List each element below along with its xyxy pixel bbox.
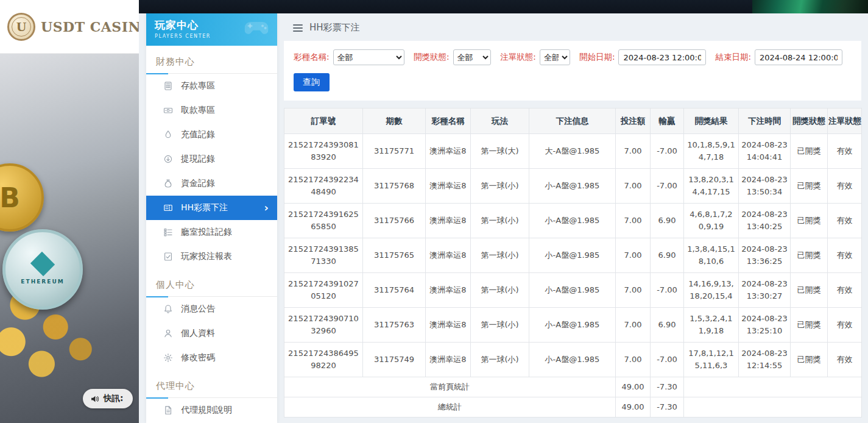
table-cell: 有效 bbox=[828, 134, 862, 169]
table-cell: 澳洲幸运8 bbox=[426, 204, 471, 238]
column-header: 訂單號 bbox=[284, 108, 363, 134]
sidebar-item-hh-lottery-bet[interactable]: HH彩票下注› bbox=[146, 196, 277, 220]
section-title: 財務中心 bbox=[146, 46, 277, 73]
document-icon bbox=[163, 405, 173, 415]
bet-table-body: 215217243930818392031175771澳洲幸运8第一球(大)大-… bbox=[284, 134, 862, 418]
sidebar-item-profile[interactable]: 個人資料 bbox=[146, 321, 277, 346]
table-cell: 7.00 bbox=[616, 134, 651, 169]
filter-card: 彩種名稱: 全部 開獎狀態: 全部 注單狀態: 全部 開始日期: 結束日期: 查… bbox=[284, 41, 861, 101]
page-title: HH彩票下注 bbox=[309, 22, 360, 34]
table-cell: 第一球(小) bbox=[471, 308, 529, 343]
column-header: 玩法 bbox=[471, 108, 529, 134]
sidebar-item-label: 廳室投註記錄 bbox=[181, 227, 232, 238]
table-cell: 小-A盤@1.985 bbox=[529, 273, 616, 308]
ethereum-coin-decor: ETHEREUM bbox=[2, 229, 83, 310]
summary-bet-total: 49.00 bbox=[616, 377, 651, 397]
sidebar-item-label: 取款專區 bbox=[181, 105, 215, 116]
table-cell: -7.00 bbox=[651, 169, 684, 204]
table-cell: 31175768 bbox=[363, 169, 426, 204]
summary-row: 當前頁統計49.00-7.30 bbox=[284, 377, 862, 397]
table-cell: 7.00 bbox=[616, 169, 651, 204]
lottery-name-label: 彩種名稱: bbox=[294, 52, 330, 63]
sidebar-item-label: 消息公告 bbox=[181, 304, 215, 315]
gamepad-icon bbox=[243, 20, 270, 38]
sidebar-item-label: HH彩票下注 bbox=[181, 202, 228, 213]
lottery-name-select[interactable]: 全部 bbox=[333, 49, 404, 65]
table-cell: 澳洲幸运8 bbox=[426, 238, 471, 273]
sidebar-item-deposit[interactable]: 存款專區 bbox=[146, 74, 277, 98]
table-cell: 小-A盤@1.985 bbox=[529, 308, 616, 343]
ticker-label: 快訊: bbox=[104, 393, 123, 404]
summary-bet-total: 49.00 bbox=[616, 397, 651, 418]
sidebar-item-recharge-record[interactable]: 充值記錄 bbox=[146, 123, 277, 147]
money-bag-icon bbox=[163, 179, 173, 188]
chevron-right-icon: › bbox=[264, 201, 269, 214]
table-cell: 4,6,8,1,7,20,9,19 bbox=[684, 204, 739, 238]
end-date-input[interactable] bbox=[755, 49, 842, 65]
table-row: 215217243913857133031175765澳洲幸运8第一球(小)小-… bbox=[284, 238, 862, 273]
table-cell: 澳洲幸运8 bbox=[426, 134, 471, 169]
table-cell: 大-A盤@1.985 bbox=[529, 134, 616, 169]
table-cell: 澳洲幸运8 bbox=[426, 308, 471, 343]
report-icon bbox=[163, 252, 173, 261]
sidebar-item-agent-rules[interactable]: 代理規則說明 bbox=[146, 398, 277, 422]
sidebar-item-announcements[interactable]: 消息公告 bbox=[146, 297, 277, 321]
table-cell: 2024-08-23 13:40:25 bbox=[739, 204, 791, 238]
sidebar-item-player-bet-report[interactable]: 玩家投注報表 bbox=[146, 244, 277, 269]
order-status-select[interactable]: 全部 bbox=[540, 49, 570, 65]
table-cell: 已開獎 bbox=[791, 343, 828, 377]
table-cell: 31175771 bbox=[363, 134, 426, 169]
summary-label: 當前頁統計 bbox=[284, 377, 616, 397]
bitcoin-coin-decor: B bbox=[0, 163, 44, 232]
table-cell: 7.00 bbox=[616, 238, 651, 273]
table-cell: 31175763 bbox=[363, 308, 426, 343]
table-cell: 有效 bbox=[828, 169, 862, 204]
column-header: 投注額 bbox=[616, 108, 651, 134]
logo[interactable]: U USDT CASINO bbox=[0, 0, 139, 54]
table-cell: 31175764 bbox=[363, 273, 426, 308]
column-header: 注單狀態 bbox=[828, 108, 862, 134]
table-cell: 小-A盤@1.985 bbox=[529, 238, 616, 273]
query-button[interactable]: 查詢 bbox=[294, 73, 330, 91]
bet-table-container: 訂單號期數彩種名稱玩法下注信息投注額輸贏開獎結果下注時間開獎狀態注單狀態 215… bbox=[284, 108, 861, 418]
table-row: 215217243916256585031175766澳洲幸运8第一球(小)小-… bbox=[284, 204, 862, 238]
sidebar-item-withdraw[interactable]: 取款專區 bbox=[146, 98, 277, 123]
table-cell: 2024-08-23 13:36:25 bbox=[739, 238, 791, 273]
table-cell: 澳洲幸运8 bbox=[426, 343, 471, 377]
table-cell: 已開獎 bbox=[791, 308, 828, 343]
sidebar-item-label: 存款專區 bbox=[181, 80, 215, 91]
table-cell: 小-A盤@1.985 bbox=[529, 343, 616, 377]
table-cell: 2152172438649598220 bbox=[284, 343, 363, 377]
table-cell: 13,8,20,3,14,4,17,15 bbox=[684, 169, 739, 204]
table-cell: 有效 bbox=[828, 343, 862, 377]
column-header: 期數 bbox=[363, 108, 426, 134]
calculator-icon bbox=[163, 81, 173, 91]
table-cell: 2024-08-23 13:30:27 bbox=[739, 273, 791, 308]
table-cell: 7.00 bbox=[616, 343, 651, 377]
sidebar-item-funds-record[interactable]: 資金記錄 bbox=[146, 171, 277, 196]
summary-empty-cell bbox=[684, 377, 862, 397]
table-cell: 小-A盤@1.985 bbox=[529, 169, 616, 204]
table-cell: -7.00 bbox=[651, 273, 684, 308]
table-cell: 1,3,8,4,15,18,10,6 bbox=[684, 238, 739, 273]
table-row: 215217243922344849031175768澳洲幸运8第一球(小)小-… bbox=[284, 169, 862, 204]
sidebar-item-room-bet-record[interactable]: 廳室投註記錄 bbox=[146, 220, 277, 244]
table-cell: 7.00 bbox=[616, 273, 651, 308]
table-cell: 澳洲幸运8 bbox=[426, 273, 471, 308]
column-header: 彩種名稱 bbox=[426, 108, 471, 134]
sidebar-item-label: 個人資料 bbox=[181, 328, 215, 339]
table-cell: 第一球(小) bbox=[471, 343, 529, 377]
sidebar-item-change-password[interactable]: 修改密碼 bbox=[146, 346, 277, 370]
sidebar-item-label: 代理規則說明 bbox=[181, 405, 232, 416]
sidebar: 玩家中心 PLAYERS CENTER 財務中心存款專區取款專區充值記錄提現記錄… bbox=[146, 13, 277, 423]
table-cell: 有效 bbox=[828, 308, 862, 343]
sidebar-item-withdrawal-record[interactable]: 提現記錄 bbox=[146, 147, 277, 171]
draw-status-select[interactable]: 全部 bbox=[453, 49, 492, 65]
hamburger-menu-icon[interactable] bbox=[293, 24, 303, 32]
table-cell: 1,5,3,2,4,11,9,18 bbox=[684, 308, 739, 343]
start-date-label: 開始日期: bbox=[579, 52, 615, 63]
start-date-input[interactable] bbox=[618, 49, 706, 65]
table-cell: 2024-08-23 13:50:34 bbox=[739, 169, 791, 204]
topbar-banner-image bbox=[752, 0, 868, 13]
table-cell: 2024-08-23 13:25:10 bbox=[739, 308, 791, 343]
